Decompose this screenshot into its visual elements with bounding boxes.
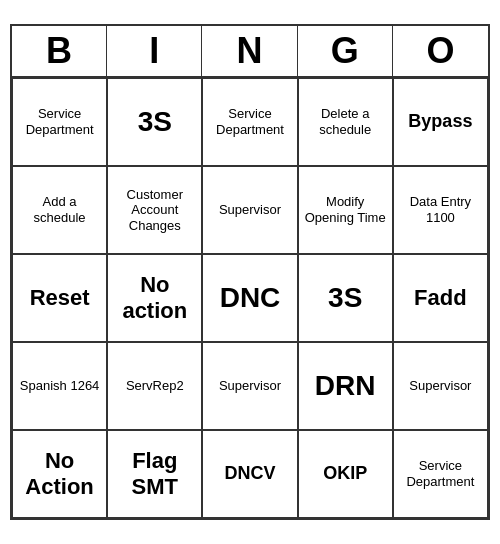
bingo-cell-23: OKIP: [298, 430, 393, 518]
bingo-cell-3: Delete a schedule: [298, 78, 393, 166]
header-letter-I: I: [107, 26, 202, 76]
bingo-cell-19: Supervisor: [393, 342, 488, 430]
bingo-cell-14: Fadd: [393, 254, 488, 342]
header-letter-O: O: [393, 26, 488, 76]
bingo-card: BINGO Service Department3SService Depart…: [10, 24, 490, 520]
bingo-cell-24: Service Department: [393, 430, 488, 518]
bingo-cell-1: 3S: [107, 78, 202, 166]
bingo-cell-0: Service Department: [12, 78, 107, 166]
bingo-cell-22: DNCV: [202, 430, 297, 518]
bingo-cell-5: Add a schedule: [12, 166, 107, 254]
bingo-cell-18: DRN: [298, 342, 393, 430]
bingo-cell-15: Spanish 1264: [12, 342, 107, 430]
bingo-cell-17: Supervisor: [202, 342, 297, 430]
bingo-cell-10: Reset: [12, 254, 107, 342]
bingo-cell-2: Service Department: [202, 78, 297, 166]
bingo-cell-9: Data Entry 1100: [393, 166, 488, 254]
bingo-cell-21: Flag SMT: [107, 430, 202, 518]
bingo-grid: Service Department3SService DepartmentDe…: [12, 78, 488, 518]
bingo-cell-12: DNC: [202, 254, 297, 342]
bingo-cell-11: No action: [107, 254, 202, 342]
bingo-cell-7: Supervisor: [202, 166, 297, 254]
header-letter-N: N: [202, 26, 297, 76]
bingo-header: BINGO: [12, 26, 488, 78]
header-letter-G: G: [298, 26, 393, 76]
bingo-cell-8: Modify Opening Time: [298, 166, 393, 254]
header-letter-B: B: [12, 26, 107, 76]
bingo-cell-16: ServRep2: [107, 342, 202, 430]
bingo-cell-20: No Action: [12, 430, 107, 518]
bingo-cell-6: Customer Account Changes: [107, 166, 202, 254]
bingo-cell-4: Bypass: [393, 78, 488, 166]
bingo-cell-13: 3S: [298, 254, 393, 342]
